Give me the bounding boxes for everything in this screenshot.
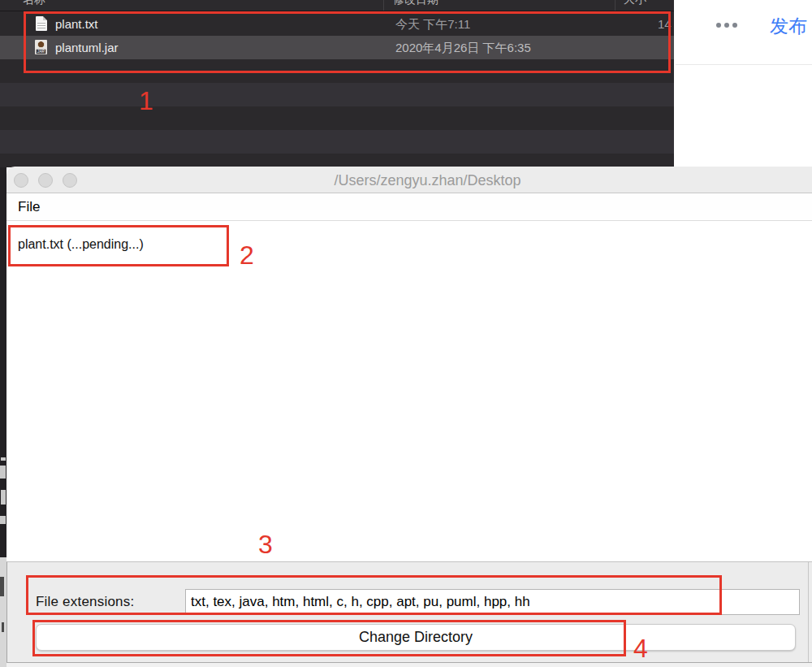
more-options-icon[interactable]: [716, 23, 737, 28]
annotation-label-1: 1: [139, 88, 153, 114]
annotation-box-4: [32, 620, 626, 656]
window-bottom-edge: [6, 662, 812, 667]
column-date-modified[interactable]: 修改日期: [393, 0, 438, 7]
annotation-label-4: 4: [633, 635, 648, 661]
annotation-box-2: [8, 225, 229, 266]
column-divider: [383, 0, 384, 11]
column-size[interactable]: 大小: [624, 0, 646, 7]
panel-right-border: [808, 562, 809, 662]
webpage-header: 发布: [674, 0, 812, 167]
divider: [676, 64, 812, 65]
annotation-box-1: [24, 11, 671, 73]
plantuml-menu-bar: File: [6, 193, 812, 221]
background-left-strip-bottom: [0, 557, 6, 667]
column-divider: [615, 0, 615, 11]
background-left-strip: [0, 167, 6, 557]
plantuml-title-bar: /Users/zengyu.zhan/Desktop: [6, 167, 812, 193]
publish-button[interactable]: 发布: [770, 14, 807, 39]
annotation-label-2: 2: [240, 242, 254, 268]
row-stripe: [0, 130, 674, 154]
finder-column-header: 名称 修改日期 大小: [0, 0, 674, 11]
menu-file[interactable]: File: [18, 193, 40, 220]
column-name[interactable]: 名称: [23, 0, 45, 7]
annotation-box-3: [26, 575, 722, 615]
plantuml-content: plant.txt (...pending...): [6, 221, 812, 561]
annotation-label-3: 3: [258, 531, 273, 557]
row-stripe: [0, 83, 674, 106]
window-title: /Users/zengyu.zhan/Desktop: [6, 172, 812, 189]
